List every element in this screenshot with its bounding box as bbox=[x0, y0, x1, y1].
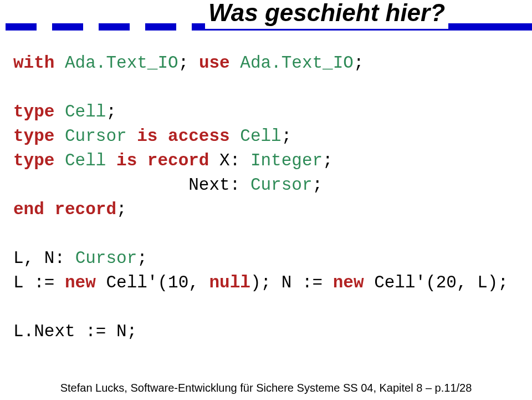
dash-segment bbox=[6, 23, 37, 31]
punct: ; bbox=[323, 151, 333, 170]
type-cell: Cell bbox=[240, 126, 281, 146]
type-cell: Cell bbox=[65, 102, 106, 121]
slide-footer: Stefan Lucks, Software-Entwicklung für S… bbox=[0, 382, 532, 394]
punct: ; bbox=[313, 175, 323, 195]
type-integer: Integer bbox=[250, 151, 323, 170]
kw-use: use bbox=[199, 53, 240, 73]
type-cursor: Cursor bbox=[250, 175, 313, 195]
type-ada-textio: Ada.Text_IO bbox=[240, 53, 354, 73]
kw-new: new bbox=[333, 273, 374, 292]
dash-segment bbox=[99, 23, 130, 31]
decl-ln: L, N: bbox=[13, 249, 75, 268]
assign-n-part: ); N := bbox=[250, 273, 333, 292]
punct: ; bbox=[106, 102, 116, 121]
dash-segment bbox=[52, 23, 83, 31]
kw-with: with bbox=[13, 53, 65, 73]
kw-type: type bbox=[13, 151, 65, 170]
punct: ; bbox=[282, 126, 292, 146]
slide-title: Was geschieht hier? bbox=[205, 0, 448, 29]
slide: Was geschieht hier? with Ada.Text_IO; us… bbox=[0, 0, 532, 400]
type-cell: Cell bbox=[65, 151, 116, 170]
kw-is-access: is access bbox=[137, 126, 240, 146]
punct: ; bbox=[354, 53, 364, 73]
dash-segment bbox=[145, 23, 176, 31]
kw-end-record: end record bbox=[13, 200, 116, 219]
type-cursor: Cursor bbox=[65, 126, 137, 146]
code-block: with Ada.Text_IO; use Ada.Text_IO; type … bbox=[13, 51, 519, 344]
aggr-cell10: Cell'(10, bbox=[106, 273, 209, 292]
punct: ; bbox=[178, 53, 199, 73]
punct: ; bbox=[137, 249, 147, 268]
kw-type: type bbox=[13, 102, 65, 121]
aggr-cell20: Cell'(20, L); bbox=[374, 273, 508, 292]
kw-type: type bbox=[13, 126, 65, 146]
punct: ; bbox=[116, 200, 127, 219]
assign-l: L := bbox=[13, 273, 65, 292]
kw-null: null bbox=[209, 273, 250, 292]
kw-new: new bbox=[65, 273, 106, 292]
type-ada-textio: Ada.Text_IO bbox=[65, 53, 178, 73]
kw-is-record: is record bbox=[116, 151, 219, 170]
field-next: Next: bbox=[13, 175, 250, 195]
assign-lnext: L.Next := N; bbox=[13, 322, 137, 341]
type-cursor: Cursor bbox=[75, 249, 137, 268]
field-x: X: bbox=[219, 151, 250, 170]
